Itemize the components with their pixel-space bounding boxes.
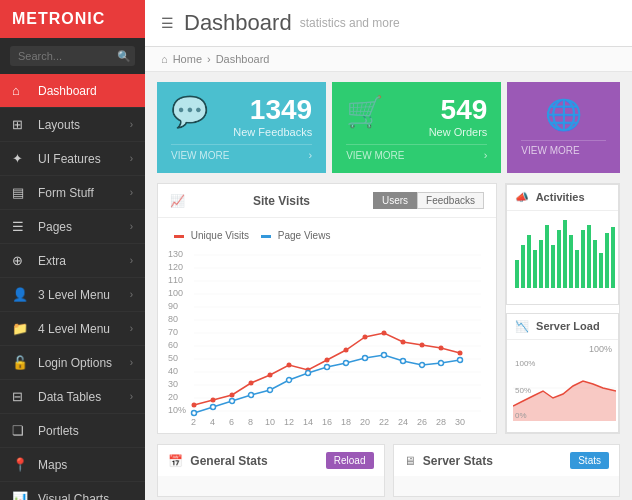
legend-dot-page (261, 235, 271, 238)
legend-label-page: Page Views (278, 230, 331, 241)
sidebar: METRONIC 🔍 ⌂ Dashboard ⊞ Layouts › ✦ UI … (0, 0, 145, 500)
activities-panel: 📣 Activities (506, 184, 619, 305)
chart-dot (230, 399, 235, 404)
view-more-arrow-icon: › (484, 149, 488, 161)
charts-icon: 📊 (12, 491, 30, 500)
activities-bar-chart (513, 215, 616, 290)
view-more-orders[interactable]: VIEW MORE › (346, 144, 487, 161)
breadcrumb-separator: › (207, 53, 211, 65)
bar (533, 250, 537, 288)
svg-text:110: 110 (168, 275, 183, 285)
sidebar-item-login[interactable]: 🔓 Login Options › (0, 346, 145, 380)
level3-icon: 👤 (12, 287, 30, 302)
chart-dot (325, 365, 330, 370)
svg-text:8: 8 (248, 417, 253, 425)
server-stats-body (394, 476, 620, 496)
svg-text:28: 28 (436, 417, 446, 425)
sidebar-item-visual-charts[interactable]: 📊 Visual Charts (0, 482, 145, 500)
chart-dot (211, 398, 216, 403)
svg-text:0%: 0% (515, 411, 527, 420)
reload-button[interactable]: Reload (326, 452, 374, 469)
svg-text:100: 100 (168, 288, 183, 298)
view-more-label: VIEW MORE (346, 150, 404, 161)
chart-dot (420, 343, 425, 348)
server-load-title: Server Load (536, 320, 600, 332)
content-area: 💬 1349 New Feedbacks VIEW MORE › 🛒 549 (145, 72, 632, 500)
sidebar-item-portlets[interactable]: ❏ Portlets (0, 414, 145, 448)
users-button[interactable]: Users (373, 192, 417, 209)
svg-text:80: 80 (168, 314, 178, 324)
main-content: ☰ Dashboard statistics and more ⌂ Home ›… (145, 0, 632, 500)
general-stats-title-group: 📅 General Stats (168, 454, 268, 468)
chart-header: 📈 Site Visits Users Feedbacks (158, 184, 496, 218)
chart-button-group: Users Feedbacks (373, 192, 484, 209)
bar (569, 235, 573, 288)
app-logo: METRONIC (0, 0, 145, 38)
feedback-icon: 💬 (171, 94, 208, 129)
stat-label-orders: New Orders (429, 126, 488, 138)
svg-text:40: 40 (168, 366, 178, 376)
chart-dot (439, 346, 444, 351)
sidebar-item-label: Data Tables (38, 390, 130, 404)
breadcrumb-home[interactable]: Home (173, 53, 202, 65)
chart-dot (268, 388, 273, 393)
sidebar-item-maps[interactable]: 📍 Maps (0, 448, 145, 482)
sidebar-item-ui-features[interactable]: ✦ UI Features › (0, 142, 145, 176)
svg-text:2: 2 (191, 417, 196, 425)
stat-card-extra: 🌐 VIEW MORE (507, 82, 620, 173)
arrow-icon: › (130, 255, 133, 266)
chart-dot (382, 331, 387, 336)
orders-icon: 🛒 (346, 94, 383, 129)
sidebar-item-4level[interactable]: 📁 4 Level Menu › (0, 312, 145, 346)
line-chart-svg: 130 120 110 100 90 80 70 60 50 40 30 20 … (166, 245, 486, 425)
svg-text:130: 130 (168, 249, 183, 259)
sidebar-item-3level[interactable]: 👤 3 Level Menu › (0, 278, 145, 312)
chart-legend: Unique Visits Page Views (166, 226, 488, 245)
menu-toggle-button[interactable]: ☰ (161, 15, 174, 31)
sidebar-item-layouts[interactable]: ⊞ Layouts › (0, 108, 145, 142)
search-icon[interactable]: 🔍 (117, 50, 131, 63)
bar (605, 233, 609, 288)
svg-text:4: 4 (210, 417, 215, 425)
server-stats-card: 🖥 Server Stats Stats (393, 444, 621, 497)
sidebar-item-data-tables[interactable]: ⊟ Data Tables › (0, 380, 145, 414)
chart-dot (192, 403, 197, 408)
stats-icon: 📅 (168, 454, 183, 468)
server-stats-button[interactable]: Stats (570, 452, 609, 469)
svg-text:120: 120 (168, 262, 183, 272)
arrow-icon: › (130, 357, 133, 368)
arrow-icon: › (130, 187, 133, 198)
view-more-feedbacks[interactable]: VIEW MORE › (171, 144, 312, 161)
stats-cards-row: 💬 1349 New Feedbacks VIEW MORE › 🛒 549 (157, 82, 620, 173)
chart-dot (363, 335, 368, 340)
chart-dot (458, 358, 463, 363)
svg-text:90: 90 (168, 301, 178, 311)
chart-dot (230, 393, 235, 398)
layouts-icon: ⊞ (12, 117, 30, 132)
general-stats-title: General Stats (190, 454, 267, 468)
svg-text:30: 30 (168, 379, 178, 389)
chart-dot (439, 361, 444, 366)
server-stats-title: Server Stats (423, 454, 493, 468)
sidebar-item-form-stuff[interactable]: ▤ Form Stuff › (0, 176, 145, 210)
arrow-icon: › (130, 153, 133, 164)
bar (599, 253, 603, 288)
svg-text:16: 16 (322, 417, 332, 425)
server-load-panel: 📉 Server Load 100% (506, 313, 619, 434)
sidebar-item-pages[interactable]: ☰ Pages › (0, 210, 145, 244)
arrow-icon: › (130, 323, 133, 334)
view-more-extra[interactable]: VIEW MORE (521, 140, 606, 156)
svg-text:10: 10 (265, 417, 275, 425)
bar (611, 227, 615, 288)
activities-icon: 📣 (515, 191, 529, 203)
general-stats-body (158, 476, 384, 496)
general-stats-header: 📅 General Stats Reload (158, 445, 384, 476)
chart-dot (401, 359, 406, 364)
sidebar-item-extra[interactable]: ⊕ Extra › (0, 244, 145, 278)
view-more-arrow-icon: › (308, 149, 312, 161)
chart-dot (344, 348, 349, 353)
bar (593, 240, 597, 288)
feedbacks-button[interactable]: Feedbacks (417, 192, 484, 209)
stat-card-feedbacks: 💬 1349 New Feedbacks VIEW MORE › (157, 82, 326, 173)
sidebar-item-dashboard[interactable]: ⌂ Dashboard (0, 74, 145, 108)
